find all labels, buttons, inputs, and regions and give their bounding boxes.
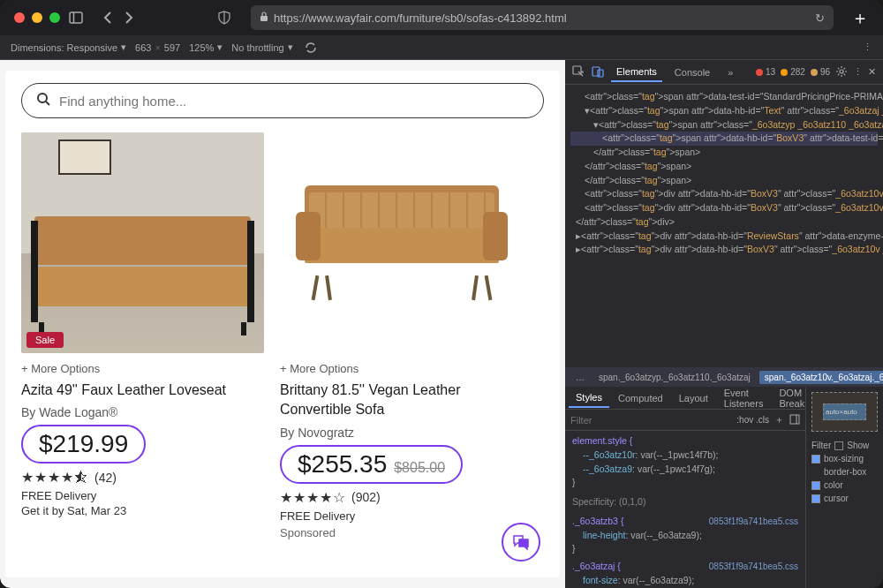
product-brand: By Wade Logan® [21, 405, 264, 419]
devtools-menu-icon[interactable]: ⋮ [853, 66, 863, 78]
info-count[interactable]: 96 [811, 67, 830, 77]
tab-computed[interactable]: Computed [611, 389, 670, 407]
sale-badge: Sale [26, 332, 64, 348]
product-name[interactable]: Azita 49'' Faux Leather Loveseat [21, 381, 264, 400]
svg-rect-2 [260, 16, 268, 21]
tab-event-listeners[interactable]: Event Listeners [717, 387, 771, 412]
checkbox[interactable] [811, 455, 820, 464]
devtools-panel: Elements Console » 13 282 96 ⋮ ✕ <attr">… [565, 60, 883, 588]
close-devtools-icon[interactable]: ✕ [868, 66, 876, 78]
error-count[interactable]: 13 [756, 67, 775, 77]
star-icon: ★★★★⯪ [21, 469, 89, 486]
window-controls [14, 12, 60, 23]
tab-layout[interactable]: Layout [672, 389, 715, 407]
product-name[interactable]: Brittany 81.5'' Vegan Leather Convertibl… [280, 381, 523, 420]
device-toolbar: Dimensions: Responsive ▾ 663 × 597 125% … [0, 35, 883, 60]
breadcrumb[interactable]: … span._6o3atzyp._6o3atz110._6o3atzaj sp… [565, 367, 883, 387]
nav-arrows [99, 11, 138, 24]
product-price: $219.99 [21, 425, 146, 464]
sponsored-label: Sponsored [280, 526, 523, 539]
svg-point-8 [840, 70, 843, 73]
product-price: $255.35 $805.00 [280, 445, 463, 484]
product-image[interactable]: Sale [21, 132, 264, 353]
gear-icon[interactable] [835, 65, 848, 79]
tab-console[interactable]: Console [669, 64, 715, 81]
product-card[interactable]: + More Options Brittany 81.5'' Vegan Lea… [280, 132, 523, 539]
shipping-text: FREE Delivery [280, 509, 523, 523]
box-model[interactable]: auto×auto [811, 392, 878, 432]
shield-icon[interactable] [215, 11, 233, 25]
plus-icon[interactable]: ＋ [774, 413, 784, 426]
tabs-overflow[interactable]: » [722, 64, 738, 81]
computed-sidebar: auto×auto Filter Show box-sizing border-… [805, 387, 883, 588]
forward-button[interactable] [120, 11, 138, 24]
product-rating[interactable]: ★★★★☆ (902) [280, 489, 523, 506]
svg-rect-6 [592, 67, 600, 76]
chat-button[interactable] [502, 523, 540, 562]
url-text: https://www.wayfair.com/furniture/sb0/so… [274, 11, 567, 25]
devtools-tabs: Elements Console » 13 282 96 ⋮ ✕ [565, 60, 883, 85]
viewport: Sale + More Options Azita 49'' Faux Leat… [0, 60, 565, 588]
inspect-icon[interactable] [572, 65, 585, 79]
product-image[interactable] [280, 132, 523, 353]
css-rules[interactable]: element.style {--_6o3atz10r: var(--_1pwc… [565, 431, 805, 588]
new-tab-button[interactable]: ＋ [851, 6, 869, 30]
styles-filter-input[interactable] [570, 415, 731, 426]
product-brand: By Novogratz [280, 426, 523, 440]
maximize-window[interactable] [49, 12, 60, 23]
sidebar-toggle-icon[interactable] [789, 414, 800, 426]
star-icon: ★★★★☆ [280, 489, 346, 506]
checkbox[interactable] [811, 481, 820, 490]
product-card[interactable]: Sale + More Options Azita 49'' Faux Leat… [21, 132, 264, 539]
delivery-date: Get it by Sat, Mar 23 [21, 504, 264, 517]
device-menu-icon[interactable]: ⋮ [863, 41, 872, 53]
hov-toggle[interactable]: :hov .cls [736, 415, 769, 425]
dimensions-dropdown[interactable]: Dimensions: Responsive ▾ [11, 41, 126, 53]
close-window[interactable] [14, 12, 25, 23]
more-options-link[interactable]: + More Options [280, 362, 523, 375]
url-bar[interactable]: https://www.wayfair.com/furniture/sb0/so… [251, 5, 834, 30]
styles-tabs: Styles Computed Layout Event Listeners D… [565, 387, 805, 410]
shipping-text: FREE Delivery [21, 489, 264, 502]
tab-elements[interactable]: Elements [611, 63, 662, 82]
minimize-window[interactable] [32, 12, 42, 23]
search-input[interactable] [59, 94, 529, 109]
more-options-link[interactable]: + More Options [21, 362, 264, 375]
svg-rect-0 [70, 12, 82, 23]
dom-tree[interactable]: <attr">class="tag">span attr">data-test-… [565, 85, 883, 367]
svg-point-3 [38, 94, 47, 102]
height-value[interactable]: 597 [164, 42, 180, 53]
rotate-icon[interactable] [302, 41, 320, 54]
checkbox[interactable] [834, 441, 843, 450]
tab-dom-breakpoints[interactable]: DOM Breakpoints [772, 387, 805, 412]
warning-count[interactable]: 282 [781, 67, 805, 77]
checkbox[interactable] [811, 494, 820, 503]
browser-titlebar: https://www.wayfair.com/furniture/sb0/so… [0, 0, 883, 35]
reload-icon[interactable]: ↻ [815, 11, 825, 25]
width-value[interactable]: 663 [135, 42, 151, 53]
styles-filter: :hov .cls ＋ [565, 410, 805, 431]
search-icon [36, 92, 50, 109]
search-bar[interactable] [21, 83, 544, 118]
product-rating[interactable]: ★★★★⯪ (42) [21, 469, 264, 486]
zoom-dropdown[interactable]: 125% ▾ [189, 41, 223, 53]
lock-icon [260, 11, 268, 25]
device-mode-icon[interactable] [592, 65, 604, 79]
back-button[interactable] [99, 11, 117, 24]
svg-line-4 [46, 102, 49, 105]
svg-rect-9 [790, 415, 799, 424]
tab-styles[interactable]: Styles [569, 388, 609, 408]
throttle-dropdown[interactable]: No throttling ▾ [231, 41, 292, 53]
sidebar-icon[interactable] [67, 11, 85, 24]
